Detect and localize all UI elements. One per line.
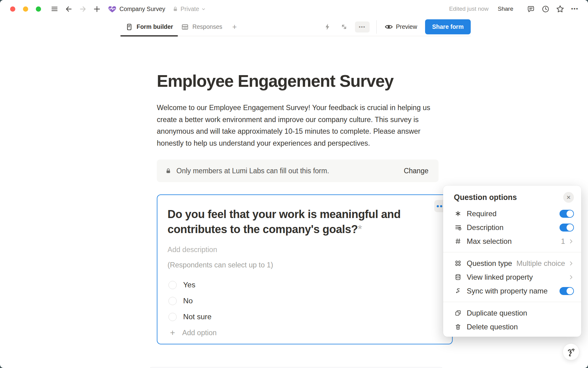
eye-icon [385,23,393,31]
view-more-icon[interactable]: ••• [355,21,370,33]
option-row-required[interactable]: Required [443,207,581,220]
chevron-right-icon [568,260,575,267]
question-title[interactable]: Do you feel that your work is meaningful… [168,207,419,237]
required-toggle-on[interactable] [560,210,574,218]
form-doc-icon [125,23,133,31]
tabbar-controls: ••• Preview Share form [317,19,471,34]
question-options-panel: Question options ✕ Required Description [443,186,581,337]
app-window: Company Survey Private Edited just now S… [0,0,588,368]
option-row[interactable]: Yes [168,277,440,293]
add-view-button[interactable]: + [229,22,240,32]
window-controls [10,6,41,12]
option-row-sync-property-name[interactable]: Sync with property name [443,284,581,298]
database-icon [454,274,462,281]
lock-icon [165,167,172,174]
asterisk-icon [454,210,462,217]
favorite-star-icon[interactable] [555,4,565,14]
close-window-button[interactable] [10,6,15,12]
panel-divider [443,252,581,252]
privacy-badge[interactable]: Private [172,6,206,13]
question-card[interactable]: Do you feel that your work is meaningful… [157,194,453,344]
table-icon [181,23,189,31]
tab-label: Form builder [137,23,173,30]
option-row-description[interactable]: Description [443,220,581,234]
chevron-down-icon [201,7,206,11]
change-access-button[interactable]: Change [404,167,428,175]
more-options-icon[interactable]: ••• [570,4,580,14]
description-lines-icon [454,224,462,231]
share-form-button[interactable]: Share form [425,19,471,34]
radio-circle [168,297,177,305]
access-notice-text: Only members at Lumi Labs can fill out t… [176,167,329,175]
tab-form-builder[interactable]: Form builder [121,18,177,36]
edited-status: Edited just now [449,6,488,12]
page-title[interactable]: Company Survey [119,6,165,13]
add-description-placeholder[interactable]: Add description [168,246,440,254]
chevron-right-icon [568,238,575,245]
radio-circle [168,281,177,289]
new-tab-icon[interactable] [92,4,102,14]
tab-label: Responses [192,23,222,30]
close-icon[interactable]: ✕ [563,192,574,203]
option-row[interactable]: Not sure [168,309,440,325]
view-tabbar: Form builder Responses + ••• Preview [121,18,471,36]
plus-icon: + [168,328,177,338]
tab-responses[interactable]: Responses [177,18,226,36]
titlebar: Company Survey Private Edited just now S… [0,0,588,18]
sidebar-toggle-icon[interactable] [50,4,59,14]
menu-item-delete-question[interactable]: Delete question [443,320,581,334]
form-description[interactable]: Welcome to our Employee Engagement Surve… [157,102,439,149]
panel-title: Question options [454,193,517,202]
sync-curve-icon [454,287,462,294]
add-option-button[interactable]: + Add option [168,325,217,341]
back-icon[interactable] [64,4,74,14]
choice-grid-icon [454,260,462,267]
trash-icon [454,323,462,330]
expand-diagonal-icon[interactable] [338,21,350,33]
option-row[interactable]: No [168,293,440,309]
preview-button[interactable]: Preview [381,20,421,33]
lock-icon [172,6,179,12]
form-title[interactable]: Employee Engagement Survey [157,71,439,91]
options-list: Yes No Not sure + Add option [168,277,440,341]
required-asterisk: * [358,223,362,236]
access-notice: Only members at Lumi Labs can fill out t… [157,159,439,182]
radio-circle [168,313,177,321]
fullscreen-window-button[interactable] [36,6,41,12]
toolbar-divider [376,20,377,34]
duplicate-icon [454,309,462,316]
panel-divider [443,302,581,302]
share-button[interactable]: Share [498,6,513,12]
option-row-question-type[interactable]: Question type Multiple choice [443,256,581,270]
hash-icon [454,238,462,245]
option-row-max-selection[interactable]: Max selection 1 [443,234,581,248]
selection-hint: (Respondents can select up to 1) [168,261,440,269]
history-clock-icon[interactable] [540,4,551,14]
forward-icon[interactable] [78,4,88,14]
comments-icon[interactable] [526,4,536,14]
chevron-right-icon [568,274,575,281]
automations-lightning-icon[interactable] [322,21,334,33]
option-row-view-linked-property[interactable]: View linked property [443,270,581,284]
page-heart-icon [107,4,117,14]
minimize-window-button[interactable] [23,6,28,12]
privacy-label: Private [181,6,199,13]
description-toggle-on[interactable] [560,224,574,232]
notion-ai-face-icon[interactable] [563,343,579,360]
menu-item-duplicate-question[interactable]: Duplicate question [443,306,581,320]
sync-toggle-on[interactable] [560,287,574,295]
